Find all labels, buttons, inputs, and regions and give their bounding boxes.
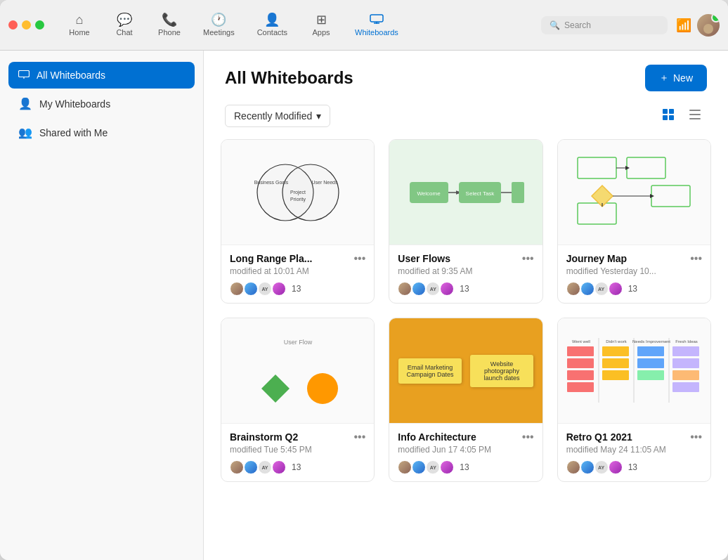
card-more-button[interactable]: •••	[522, 431, 534, 443]
collaborator-avatar-1	[230, 460, 244, 474]
card-meta: modified Tue 5:45 PM	[230, 445, 365, 455]
svg-rect-28	[651, 185, 690, 207]
avatar[interactable]	[697, 14, 720, 37]
sidebar-item-all-whiteboards[interactable]: All Whiteboards	[8, 62, 195, 89]
collaborator-avatar-1	[398, 460, 412, 474]
card-brainstorm-q2[interactable]: User Flow Brainstorm Q2 ••• modified Tu	[221, 318, 375, 482]
cards-grid: Business Goals User Needs Project Priori…	[204, 139, 728, 499]
grid-view-button[interactable]	[656, 104, 680, 128]
card-title-row: Retro Q1 2021 •••	[566, 431, 702, 443]
sidebar-all-whiteboards-label: All Whiteboards	[37, 70, 105, 81]
card-footer: AY 13	[398, 460, 533, 474]
card-footer: AY 13	[398, 282, 533, 296]
card-title-row: Info Architecture •••	[398, 431, 533, 443]
svg-text:Fresh Ideas: Fresh Ideas	[675, 339, 698, 344]
svg-point-38	[307, 373, 338, 404]
card-footer: AY 13	[566, 282, 702, 296]
card-more-button[interactable]: •••	[690, 431, 702, 443]
svg-rect-6	[669, 109, 674, 114]
sticky-note-2: Website photography launch dates	[470, 355, 533, 387]
svg-rect-9	[689, 110, 701, 111]
sidebar-item-my-whiteboards[interactable]: 👤 My Whiteboards	[8, 90, 195, 117]
svg-rect-27	[627, 157, 665, 178]
content-area: All Whiteboards ＋ New Recently Modified …	[204, 51, 728, 560]
card-journey-map[interactable]: Journey Map ••• modified Yesterday 10...…	[557, 139, 711, 304]
search-label: Search	[564, 20, 591, 30]
card-info-retro-q1-2021: Retro Q1 2021 ••• modified May 24 11:05 …	[558, 424, 710, 481]
collaborator-initials-ay: AY	[426, 460, 440, 474]
collaborator-avatar-2	[412, 460, 426, 474]
collab-count: 13	[628, 284, 637, 294]
nav-apps[interactable]: ⊞ Apps	[300, 9, 342, 41]
collaborator-avatar-2	[580, 460, 594, 474]
apps-icon: ⊞	[316, 13, 327, 26]
svg-text:Priority: Priority	[290, 197, 306, 202]
avatar-image	[697, 14, 720, 37]
collaborator-avatar-3	[609, 282, 623, 296]
svg-rect-57	[672, 358, 699, 368]
card-title-row: User Flows •••	[398, 252, 533, 265]
collaborator-avatar-2	[244, 282, 258, 296]
card-more-button[interactable]: •••	[690, 252, 702, 265]
nav-phone[interactable]: 📞 Phone	[148, 9, 190, 41]
svg-rect-55	[637, 370, 664, 380]
traffic-lights	[8, 20, 44, 30]
nav-home-label: Home	[69, 28, 89, 37]
search-icon: 🔍	[550, 20, 560, 30]
collaborator-avatar-2	[244, 460, 258, 474]
sticky-note-1: Email Marketing Campaign Dates	[398, 358, 462, 384]
svg-text:Went well: Went well	[572, 339, 590, 344]
card-long-range-plan[interactable]: Business Goals User Needs Project Priori…	[221, 139, 375, 304]
card-retro-q1-2021[interactable]: Went well Didn't work Needs Improvement …	[557, 318, 711, 482]
svg-rect-3	[19, 71, 30, 77]
nav-chat-label: Chat	[116, 28, 132, 37]
svg-rect-54	[637, 358, 664, 368]
close-button[interactable]	[8, 20, 18, 30]
card-info-architecture[interactable]: Email Marketing Campaign Dates Website p…	[389, 318, 542, 482]
shared-with-me-icon: 👥	[18, 126, 32, 139]
card-info-user-flows: User Flows ••• modified at 9:35 AM AY 13	[389, 245, 542, 303]
card-more-button[interactable]: •••	[522, 252, 534, 265]
search-bar[interactable]: 🔍 Search	[541, 16, 668, 34]
new-button[interactable]: ＋ New	[645, 65, 707, 91]
nav-meetings[interactable]: 🕐 Meetings	[193, 9, 245, 41]
svg-rect-58	[672, 370, 699, 380]
card-more-button[interactable]: •••	[354, 431, 366, 443]
sidebar-item-shared-with-me[interactable]: 👥 Shared with Me	[8, 119, 195, 146]
card-footer: AY 13	[230, 282, 365, 296]
collaborator-avatar-2	[412, 282, 426, 296]
card-thumbnail-journey-map	[558, 140, 710, 245]
nav-phone-label: Phone	[158, 28, 181, 37]
fullscreen-button[interactable]	[35, 20, 44, 30]
card-info-long-range-plan: Long Range Pla... ••• modified at 10:01 …	[221, 245, 374, 303]
my-whiteboards-icon: 👤	[18, 97, 32, 110]
card-thumbnail-brainstorm-q2: User Flow	[221, 318, 374, 424]
nav-whiteboards-label: Whiteboards	[355, 28, 398, 37]
nav-home[interactable]: ⌂ Home	[58, 9, 100, 41]
card-more-button[interactable]: •••	[354, 252, 366, 265]
svg-marker-32	[625, 166, 630, 170]
collaborator-avatar-3	[609, 460, 623, 474]
chat-icon: 💬	[117, 13, 132, 26]
nav-whiteboards[interactable]: Whiteboards	[345, 9, 408, 41]
filter-dropdown[interactable]: Recently Modified ▾	[225, 105, 330, 127]
list-view-button[interactable]	[683, 104, 707, 128]
collab-count: 13	[292, 284, 301, 294]
nav-contacts[interactable]: 👤 Contacts	[247, 9, 297, 41]
collab-count: 13	[460, 284, 469, 294]
collaborator-avatar-3	[440, 460, 454, 474]
card-thumbnail-info-architecture: Email Marketing Campaign Dates Website p…	[389, 318, 542, 424]
svg-rect-11	[689, 118, 701, 119]
svg-marker-34	[650, 194, 654, 198]
minimize-button[interactable]	[22, 20, 31, 30]
svg-rect-47	[567, 358, 594, 368]
svg-text:Business Goals: Business Goals	[254, 180, 288, 185]
collab-count: 13	[460, 462, 469, 472]
nav-chat[interactable]: 💬 Chat	[103, 9, 145, 41]
view-toggles	[656, 104, 707, 128]
svg-rect-7	[663, 115, 668, 120]
svg-rect-53	[637, 346, 664, 356]
toolbar: Recently Modified ▾	[204, 98, 728, 139]
collaborator-initials-ay: AY	[258, 282, 272, 296]
card-user-flows[interactable]: Welcome Select Task	[389, 139, 542, 304]
